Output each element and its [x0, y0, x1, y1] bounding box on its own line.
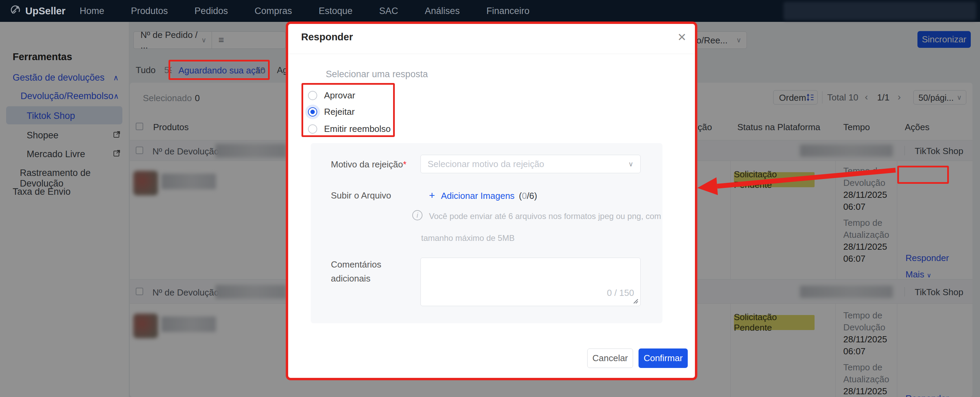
required-asterisk: * — [403, 159, 406, 170]
chevron-down-icon: ∨ — [628, 160, 633, 168]
nav-items: Home Produtos Pedidos Compras Estoque SA… — [80, 0, 530, 22]
upload-hint-2: tamanho máximo de 5MB — [421, 233, 514, 243]
nav-item-analises[interactable]: Análises — [425, 6, 460, 16]
nav-item-compras[interactable]: Compras — [255, 6, 292, 16]
nav-item-home[interactable]: Home — [80, 6, 104, 16]
modal-title: Responder — [301, 32, 353, 43]
redacted-account-area — [783, 2, 976, 20]
responder-modal: Responder ✕ Selecionar uma resposta Apro… — [286, 22, 697, 380]
upload-hint-1: Você pode enviar até 6 arquivos nos form… — [429, 211, 661, 221]
reason-label: Motivo da rejeição* — [331, 159, 406, 170]
nav-item-pedidos[interactable]: Pedidos — [194, 6, 228, 16]
annotation-box-radio-options — [301, 83, 395, 137]
upload-counter: (0/6) — [519, 191, 537, 201]
nav-item-sac[interactable]: SAC — [379, 6, 398, 16]
comments-label-1: Comentários — [331, 259, 381, 270]
confirm-button[interactable]: Confirmar — [638, 348, 688, 368]
response-prompt: Selecionar uma resposta — [326, 69, 428, 79]
annotation-arrow — [695, 160, 901, 205]
comments-textarea[interactable]: 0 / 150 — [420, 257, 641, 306]
comments-label-2: adicionais — [331, 273, 371, 284]
brand-name: UpSeller — [25, 5, 66, 17]
upload-label: Subir o Arquivo — [331, 190, 391, 201]
brand[interactable]: UpSeller — [10, 5, 66, 17]
rejection-form-panel: Motivo da rejeição* Selecionar motivo da… — [311, 143, 662, 323]
annotation-box-respond-link — [897, 166, 949, 184]
char-counter: 0 / 150 — [607, 287, 634, 298]
top-nav: UpSeller Home Produtos Pedidos Compras E… — [0, 0, 980, 22]
info-icon: i — [412, 210, 423, 221]
nav-item-financeiro[interactable]: Financeiro — [487, 6, 530, 16]
nav-item-estoque[interactable]: Estoque — [318, 6, 352, 16]
nav-item-produtos[interactable]: Produtos — [131, 6, 168, 16]
resize-handle-icon[interactable] — [632, 298, 638, 304]
add-images-link[interactable]: Adicionar Imagens — [441, 191, 514, 201]
close-icon[interactable]: ✕ — [675, 31, 689, 44]
rejection-reason-select[interactable]: Selecionar motivo da rejeição ∨ — [420, 155, 641, 173]
plus-icon: + — [429, 190, 435, 201]
annotation-box-awaiting-tab — [169, 60, 270, 80]
upseller-logo-icon — [10, 5, 21, 17]
cancel-button[interactable]: Cancelar — [587, 348, 633, 368]
